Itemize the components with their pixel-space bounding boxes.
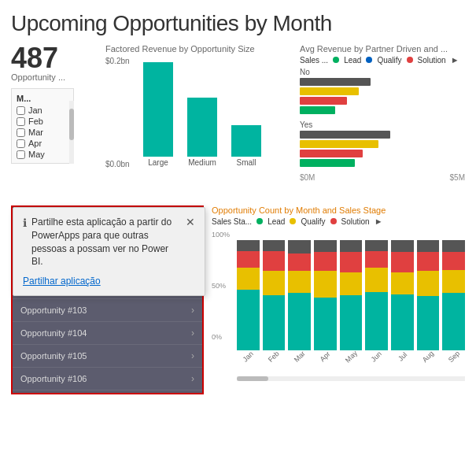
y-label-bottom: $0.0bn (105, 160, 130, 168)
list-item[interactable]: Opportunity #103 › (13, 299, 202, 322)
stacked-legend-dot-lead (256, 218, 263, 224)
seg-jun-teal (365, 292, 388, 350)
opp-name-105: Opportunity #105 (20, 351, 87, 361)
stacked-legend-dot-solution (330, 218, 337, 224)
x-label-aug: Aug (421, 350, 435, 364)
stacked-bar-mar (288, 240, 311, 350)
hbar-yes-yellow (300, 140, 378, 148)
stacked-legend-solution: Solution (341, 217, 370, 226)
legend-solution-label: Solution (418, 56, 446, 65)
hbar-no-yellow (300, 87, 359, 95)
group-no-label: No (300, 68, 465, 76)
list-item[interactable]: Opportunity #105 › (13, 345, 202, 368)
avg-revenue-legend: Sales ... Lead Qualify Solution ► (300, 55, 465, 65)
stacked-col-feb: Feb (263, 240, 286, 361)
kpi-number: 487 (11, 44, 98, 72)
month-apr-checkbox[interactable] (17, 139, 25, 148)
list-item[interactable]: Opportunity #106 › (13, 368, 202, 390)
stacked-bar-aug (417, 240, 440, 350)
x-label-5m: $5M (450, 173, 465, 182)
month-may-checkbox[interactable] (17, 150, 25, 159)
seg-sep-teal (442, 293, 465, 350)
seg-may-teal (340, 295, 363, 350)
top-row: 487 Opportunity ... M... Jan Feb Mar Apr… (11, 44, 465, 198)
seg-aug-dark (417, 240, 440, 252)
page-container: Upcoming Opportunities by Month 487 Oppo… (0, 0, 476, 470)
bar-label-medium: Medium (188, 158, 216, 167)
seg-mar-red (288, 254, 311, 271)
stacked-col-mar: Mar (288, 240, 311, 361)
stacked-bar-feb (263, 240, 286, 350)
factored-revenue-chart: Factored Revenue by Opportunity Size $0.… (105, 44, 292, 198)
stacked-col-sep: Sep (442, 240, 465, 361)
seg-may-dark (340, 240, 363, 252)
stacked-bar-jun (365, 240, 388, 350)
opp-name-106: Opportunity #106 (20, 374, 87, 383)
popup-header: ℹ Partilhe esta aplicação a partir do Po… (23, 216, 195, 268)
seg-jul-teal (391, 294, 414, 350)
filter-header: M... (13, 92, 72, 105)
info-icon: ℹ (23, 216, 27, 229)
legend-lead-label: Lead (344, 56, 361, 65)
hbar-no-green (300, 106, 335, 114)
legend-dot-qualify (366, 57, 372, 63)
stacked-bars-container: Jan Feb (237, 231, 465, 361)
popup-card: ℹ Partilhe esta aplicação a partir do Po… (13, 207, 205, 296)
opportunities-panel: ℹ Partilhe esta aplicação a partir do Po… (11, 205, 204, 394)
page-title: Upcoming Opportunities by Month (11, 11, 465, 36)
x-label-0m: $0M (300, 173, 315, 182)
opp-name-103: Opportunity #103 (20, 305, 87, 315)
month-mar-checkbox[interactable] (17, 128, 25, 137)
legend-dot-solution (407, 57, 413, 63)
month-mar[interactable]: Mar (13, 127, 72, 138)
seg-apr-dark (314, 240, 337, 252)
seg-mar-teal (288, 293, 311, 350)
kpi-label: Opportunity ... (11, 72, 98, 82)
stacked-chart-scrollbar[interactable] (237, 376, 465, 381)
seg-feb-red (263, 251, 286, 271)
bar-small (231, 125, 261, 157)
hbar-yes-red (300, 150, 363, 157)
stacked-legend-row: Sales Sta... Lead Qualify Solution ► (212, 216, 465, 226)
list-item[interactable]: Opportunity #104 › (13, 322, 202, 345)
horiz-bars-no (300, 78, 465, 114)
bar-col-large: Large (143, 62, 173, 167)
avg-legend-sales-label: Sales ... (300, 56, 328, 65)
seg-sep-dark (442, 240, 465, 252)
month-feb[interactable]: Feb (13, 116, 72, 127)
month-feb-checkbox[interactable] (17, 117, 25, 126)
filter-scrollbar[interactable] (69, 101, 74, 164)
seg-jan-teal (237, 290, 260, 350)
stacked-expand-icon[interactable]: ► (375, 216, 383, 226)
bottom-row: ℹ Partilhe esta aplicação a partir do Po… (11, 205, 465, 394)
stacked-legend-qualify: Qualify (301, 217, 325, 226)
opp-name-104: Opportunity #104 (20, 328, 87, 338)
stacked-sales-label: Sales Sta... (212, 217, 252, 226)
x-label-feb: Feb (267, 350, 281, 364)
chevron-right-icon: › (191, 350, 194, 361)
hbar-no-dark (300, 78, 371, 86)
stacked-col-jan: Jan (237, 240, 260, 361)
month-apr[interactable]: Apr (13, 138, 72, 149)
x-label-apr: Apr (319, 350, 332, 364)
month-jan[interactable]: Jan (13, 105, 72, 116)
stacked-scrollbar-thumb[interactable] (237, 376, 268, 381)
bar-chart-area: Large Medium Small (135, 57, 292, 167)
filter-scrollbar-thumb[interactable] (69, 109, 74, 140)
seg-mar-dark (288, 240, 311, 254)
month-jan-checkbox[interactable] (17, 106, 25, 115)
seg-may-red (340, 252, 363, 272)
list-item[interactable]: Opportunity #107 › (13, 390, 202, 393)
stacked-legend-lead: Lead (268, 217, 285, 226)
share-app-button[interactable]: Partilhar aplicação (23, 276, 101, 287)
kpi-section: 487 Opportunity ... M... Jan Feb Mar Apr… (11, 44, 98, 198)
stacked-col-jul: Jul (391, 240, 414, 361)
seg-jun-yellow (365, 268, 388, 292)
stacked-col-aug: Aug (417, 240, 440, 361)
legend-expand-icon[interactable]: ► (451, 55, 459, 65)
stacked-bar-jul (391, 240, 414, 350)
x-label-mar: Mar (293, 350, 307, 364)
legend-dot-lead (333, 57, 339, 63)
popup-close-button[interactable]: ✕ (186, 216, 195, 228)
month-may[interactable]: May (13, 149, 72, 160)
